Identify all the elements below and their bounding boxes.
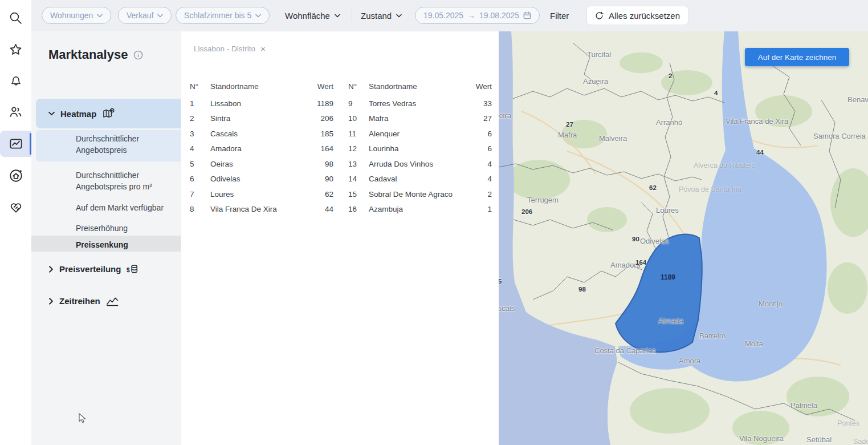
row-location-name: Sintra bbox=[210, 114, 300, 124]
row-number: 8 bbox=[190, 204, 207, 215]
row-location-name: Torres Vedras bbox=[369, 99, 459, 109]
table-row: 3Cascais185 bbox=[190, 129, 333, 139]
row-location-name: Alenquer bbox=[369, 129, 459, 139]
row-value: 6 bbox=[462, 129, 492, 139]
table-row: 12Lourinha6 bbox=[348, 144, 492, 154]
row-number: 12 bbox=[348, 144, 365, 154]
bedrooms-filter[interactable]: Schlafzimmer bis 5 bbox=[176, 7, 270, 24]
property-type-filter[interactable]: Wohnungen bbox=[42, 7, 111, 24]
row-number: 13 bbox=[348, 159, 365, 169]
row-value: 185 bbox=[304, 129, 333, 139]
row-number: 5 bbox=[190, 159, 207, 169]
chevron-down-icon bbox=[396, 14, 402, 18]
row-location-name: Azambuja bbox=[369, 204, 459, 215]
location-table-right: N° Standortname Wert 9Torres Vedras3310M… bbox=[348, 82, 492, 220]
row-location-name: Oeiras bbox=[210, 159, 300, 169]
table-row: 10Mafra27 bbox=[348, 114, 492, 124]
row-value: 1189 bbox=[304, 99, 333, 109]
sidebar-group-heatmap[interactable]: Heatmap bbox=[36, 99, 181, 128]
condition-filter[interactable]: Zustand bbox=[361, 0, 402, 31]
favorites-star-icon[interactable] bbox=[0, 37, 31, 63]
row-value: 206 bbox=[304, 114, 333, 124]
table-row: 13Arruda Dos Vinhos4 bbox=[348, 159, 492, 169]
row-number: 1 bbox=[190, 99, 207, 109]
row-number: 4 bbox=[190, 144, 207, 154]
table-row: 8Vila Franca De Xira44 bbox=[190, 204, 333, 215]
sidebar-item-avg-price-sqm[interactable]: Durchschnittlicher Angebotspreis pro m² bbox=[36, 167, 181, 198]
properties-home-icon[interactable] bbox=[0, 163, 31, 189]
row-location-name: Arruda Dos Vinhos bbox=[369, 159, 459, 169]
row-number: 11 bbox=[348, 129, 365, 139]
table-header: N° Standortname Wert bbox=[190, 82, 333, 92]
table-row: 15Sobral De Monte Agraco2 bbox=[348, 189, 492, 200]
sidebar-section-price-distribution[interactable]: Preisverteilung $ bbox=[48, 264, 139, 274]
table-row: 7Loures62 bbox=[190, 189, 333, 200]
notifications-bell-icon[interactable] bbox=[0, 67, 31, 94]
deals-handshake-icon[interactable] bbox=[0, 194, 31, 220]
time-series-icon bbox=[106, 296, 119, 306]
sidebar-item-price-increase[interactable]: Preiserhöhung bbox=[36, 220, 181, 234]
info-icon[interactable] bbox=[133, 50, 143, 60]
analytics-sidebar: Marktanalyse Heatmap Durchschnittlicher … bbox=[31, 31, 181, 445]
chevron-down-icon bbox=[157, 14, 163, 18]
sidebar-item-avg-price[interactable]: Durchschnittlicher Angebotspreis bbox=[36, 130, 181, 161]
date-arrow: → bbox=[467, 11, 475, 20]
table-row: 6Odivelas90 bbox=[190, 174, 333, 184]
living-area-filter[interactable]: Wohnfläche bbox=[285, 0, 340, 31]
row-location-name: Amadora bbox=[210, 144, 300, 154]
chevron-down-icon bbox=[255, 14, 261, 18]
table-row: 5Oeiras98 bbox=[190, 159, 333, 169]
date-end: 19.08.2025 bbox=[479, 11, 519, 20]
row-value: 4 bbox=[462, 159, 492, 169]
table-row: 14Cadaval4 bbox=[348, 174, 492, 184]
table-header: N° Standortname Wert bbox=[348, 82, 492, 92]
sidebar-item-price-decrease[interactable]: Preissenkung bbox=[31, 236, 181, 252]
sidebar-item-on-market[interactable]: Auf dem Markt verfügbar bbox=[36, 199, 181, 214]
row-value: 27 bbox=[462, 114, 492, 124]
row-number: 2 bbox=[190, 114, 207, 124]
reset-all-button[interactable]: Alles zurücksetzen bbox=[587, 6, 688, 25]
date-range-picker[interactable]: 19.05.2025 → 19.08.2025 bbox=[415, 7, 540, 24]
filter-button[interactable]: Filter bbox=[550, 0, 569, 31]
date-start: 19.05.2025 bbox=[423, 11, 463, 20]
row-value: 6 bbox=[462, 144, 492, 154]
region-chip: Lissabon - Distrito × bbox=[194, 44, 266, 53]
chevron-down-icon bbox=[335, 14, 340, 18]
transaction-type-filter[interactable]: Verkauf bbox=[118, 7, 172, 24]
ranking-panel: Lissabon - Distrito × N° Standortname We… bbox=[181, 31, 499, 445]
table-row: 16Azambuja1 bbox=[348, 204, 492, 215]
row-value: 98 bbox=[304, 159, 333, 169]
row-location-name: Cadaval bbox=[369, 174, 459, 184]
row-value: 90 bbox=[304, 174, 333, 184]
row-number: 7 bbox=[190, 189, 207, 200]
row-value: 4 bbox=[462, 174, 492, 184]
remove-region-icon[interactable]: × bbox=[260, 44, 266, 53]
analytics-chart-icon[interactable] bbox=[0, 131, 31, 157]
row-value: 44 bbox=[304, 204, 333, 215]
location-table-left: N° Standortname Wert 1Lissabon11892Sintr… bbox=[190, 82, 333, 220]
chevron-right-icon bbox=[48, 266, 54, 273]
draw-on-map-button[interactable]: Auf der Karte zeichnen bbox=[745, 48, 849, 66]
row-number: 3 bbox=[190, 129, 207, 139]
row-number: 16 bbox=[348, 204, 365, 215]
row-number: 14 bbox=[348, 174, 365, 184]
row-number: 10 bbox=[348, 114, 365, 124]
row-value: 33 bbox=[462, 99, 492, 109]
row-location-name: Loures bbox=[210, 189, 300, 200]
chevron-down-icon bbox=[48, 111, 55, 116]
table-row: 11Alenquer6 bbox=[348, 129, 492, 139]
row-location-name: Sobral De Monte Agraco bbox=[369, 189, 459, 200]
row-value: 62 bbox=[304, 189, 333, 200]
map-canvas[interactable]: TurcifalAzueira24Ericeira27MafraMalveira… bbox=[499, 31, 868, 445]
search-icon[interactable] bbox=[0, 5, 31, 31]
table-row: 2Sintra206 bbox=[190, 114, 333, 124]
calendar-icon bbox=[523, 11, 531, 19]
contacts-people-icon[interactable] bbox=[0, 99, 31, 125]
sidebar-section-time-series[interactable]: Zeitreihen bbox=[48, 296, 119, 306]
row-value: 164 bbox=[304, 144, 333, 154]
divider bbox=[352, 10, 352, 22]
chevron-right-icon bbox=[48, 298, 54, 305]
row-location-name: Odivelas bbox=[210, 174, 300, 184]
row-value: 2 bbox=[462, 189, 492, 200]
page-title: Marktanalyse bbox=[48, 47, 143, 62]
